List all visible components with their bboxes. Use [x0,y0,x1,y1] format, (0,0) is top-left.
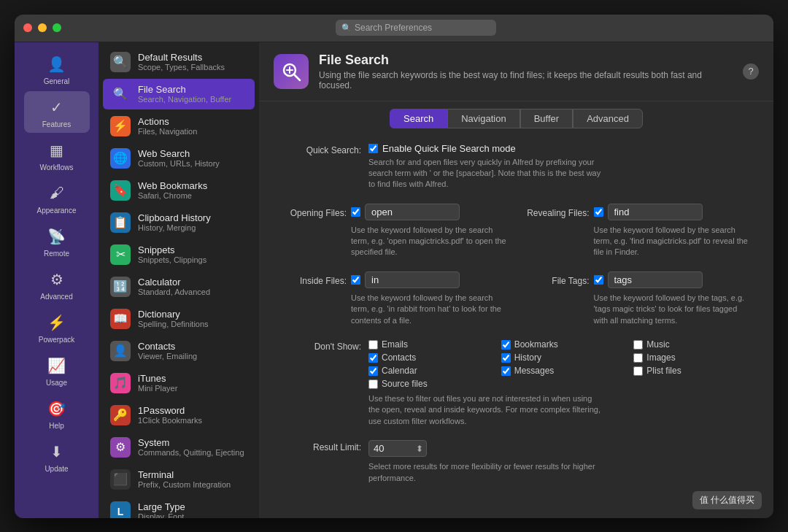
opening-files-label: Opening Files: [281,205,347,218]
sidebar-item-usage[interactable]: 📈 Usage [24,350,90,391]
inside-files-input[interactable] [365,271,460,288]
nav-item-clipboard[interactable]: 📋 Clipboard History History, Merging [103,207,255,238]
calendar-checkbox[interactable] [368,366,378,376]
nav-item-terminal[interactable]: ⬛ Terminal Prefix, Custom Integration [103,464,255,495]
sidebar-item-general[interactable]: 👤 General [24,48,90,90]
search-placeholder: Search Preferences [355,23,432,33]
nav-item-snippets[interactable]: ✂ Snippets Snippets, Clippings [103,239,255,270]
nav-actions-subtitle: Files, Navigation [138,127,247,136]
sidebar-workflows-label: Workflows [40,163,74,171]
sidebar-general-label: General [44,77,70,85]
maximize-button[interactable] [53,23,61,32]
nav-snippets-subtitle: Snippets, Clippings [138,255,247,264]
messages-checkbox[interactable] [501,366,511,376]
sidebar-item-appearance[interactable]: 🖌 Appearance [24,177,90,219]
nav-item-1password[interactable]: 🔑 1Password 1Click Bookmarks [103,400,255,431]
nav-item-large-type[interactable]: L Large Type Display, Font [103,496,255,518]
revealing-files-input[interactable] [608,204,703,220]
nav-item-web-search[interactable]: 🌐 Web Search Custom, URLs, History [103,143,255,174]
images-checkbox[interactable] [633,353,643,363]
help-button[interactable]: ? [743,63,759,80]
contacts-icon: 👤 [110,341,131,361]
nav-default-results-subtitle: Scope, Types, Fallbacks [138,63,247,72]
nav-item-web-bookmarks[interactable]: 🔖 Web Bookmarks Safari, Chrome [103,175,255,206]
panel-body: Quick Search: Enable Quick File Search m… [259,128,773,518]
messages-item: Messages [501,366,619,376]
nav-item-system[interactable]: ⚙ System Commands, Quitting, Ejecting [103,432,255,463]
sidebar-appearance-label: Appearance [37,207,77,215]
tab-buffer[interactable]: Buffer [520,109,573,128]
history-label: History [514,352,541,363]
nav-system-title: System [138,437,247,448]
nav-large-type-title: Large Type [138,501,247,512]
plist-files-checkbox[interactable] [633,366,643,376]
panel-header: File Search Using the file search keywor… [259,42,773,101]
sidebar-item-features[interactable]: ✓ Features [24,91,90,133]
large-type-icon: L [110,501,131,518]
nav-itunes-subtitle: Mini Player [138,384,247,393]
file-tags-checkbox[interactable] [594,275,603,285]
sidebar-advanced-label: Advanced [40,293,72,301]
nav-item-actions[interactable]: ⚡ Actions Files, Navigation [103,111,255,142]
nav-item-file-search[interactable]: 🔍 File Search Search, Navigation, Buffer [103,79,255,109]
file-tags-desc: Use the keyword followed by the tags, e.… [524,293,752,326]
1password-icon: 🔑 [110,405,131,425]
search-bar[interactable]: 🔍 Search Preferences [336,20,496,36]
opening-files-input[interactable] [365,204,460,220]
svg-line-1 [294,74,300,80]
sidebar-item-advanced[interactable]: ⚙ Advanced [24,263,90,305]
search-icon: 🔍 [341,23,352,33]
sidebar-help-label: Help [49,422,64,430]
emails-label: Emails [382,339,408,350]
revealing-files-checkbox[interactable] [594,207,603,217]
nav-item-dictionary[interactable]: 📖 Dictionary Spelling, Definitions [103,304,255,334]
minimize-button[interactable] [38,23,47,32]
panel-subtitle: Using the file search keywords is the be… [319,70,733,90]
tab-search[interactable]: Search [390,109,447,128]
nav-item-calculator[interactable]: 🔢 Calculator Standard, Advanced [103,271,255,302]
contacts-checkbox[interactable] [368,353,378,363]
web-bookmarks-icon: 🔖 [110,180,131,201]
nav-calculator-subtitle: Standard, Advanced [138,288,247,296]
sidebar-item-powerpack[interactable]: ⚡ Powerpack [24,307,90,348]
nav-item-default-results[interactable]: 🔍 Default Results Scope, Types, Fallback… [103,47,255,77]
titlebar: 🔍 Search Preferences [15,15,773,42]
sidebar-features-label: Features [42,120,71,128]
history-checkbox[interactable] [501,353,511,363]
tab-advanced[interactable]: Advanced [573,109,643,128]
file-tags-input[interactable] [608,271,703,288]
quick-search-desc: Search for and open files very quickly i… [368,157,602,190]
result-limit-label: Result Limit: [281,440,361,452]
sidebar-item-update[interactable]: ⬇ Update [24,436,90,477]
calculator-icon: 🔢 [110,277,131,297]
nav-calculator-title: Calculator [138,277,247,288]
nav-large-type-subtitle: Display, Font [138,512,247,518]
sidebar-item-help[interactable]: 🎯 Help [24,393,90,434]
itunes-icon: 🎵 [110,373,131,393]
quick-search-checkbox[interactable] [368,144,378,153]
music-item: Music [633,339,752,350]
general-icon: 👤 [45,53,69,76]
opening-files-checkbox[interactable] [351,207,360,217]
nav-item-contacts[interactable]: 👤 Contacts Viewer, Emailing [103,336,255,366]
nav-itunes-title: iTunes [138,373,247,384]
calendar-item: Calendar [368,366,487,376]
source-files-checkbox[interactable] [368,379,378,389]
dictionary-icon: 📖 [110,309,131,329]
nav-default-results-title: Default Results [138,52,247,63]
actions-icon: ⚡ [110,116,131,136]
bookmarks-checkbox[interactable] [501,340,511,350]
music-checkbox[interactable] [633,340,643,350]
main-window: 🔍 Search Preferences 👤 General ✓ Feature… [15,15,773,518]
quick-search-row: Quick Search: Enable Quick File Search m… [281,143,752,190]
tab-navigation[interactable]: Navigation [447,109,519,128]
emails-checkbox[interactable] [368,340,378,350]
sidebar-item-remote[interactable]: 📡 Remote [24,220,90,262]
nav-item-itunes[interactable]: 🎵 iTunes Mini Player [103,368,255,398]
close-button[interactable] [23,23,32,32]
result-limit-select[interactable]: 20 30 40 50 100 200 [369,441,413,456]
inside-files-checkbox[interactable] [351,275,360,285]
sidebar-item-workflows[interactable]: ▦ Workflows [24,134,90,176]
default-results-icon: 🔍 [110,52,131,72]
opening-files-col: Opening Files: Use the keyword followed … [281,204,509,258]
